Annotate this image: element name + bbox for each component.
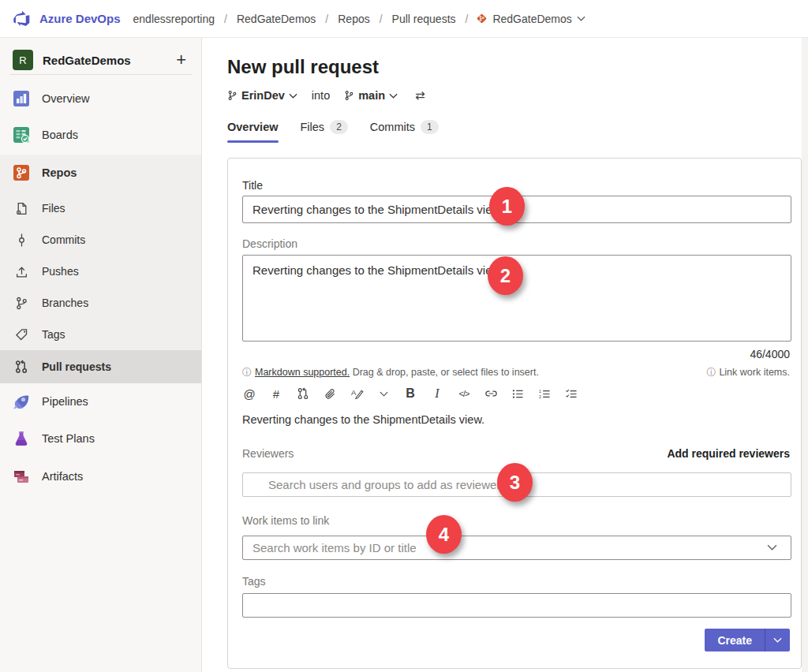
chevron-down-icon xyxy=(289,93,297,99)
annotation-badge-1: 1 xyxy=(489,187,525,226)
code-icon[interactable]: </> xyxy=(451,382,477,405)
pipelines-icon xyxy=(12,392,31,411)
sidebar-item-pull-requests[interactable]: Pull requests xyxy=(0,350,201,383)
sidebar-item-pushes[interactable]: Pushes xyxy=(0,256,201,287)
source-branch-selector[interactable]: ErinDev xyxy=(227,89,297,102)
mention-icon[interactable]: @ xyxy=(236,382,263,405)
markdown-toolbar: @ # A B I </> 12 xyxy=(236,382,585,405)
project-avatar: R xyxy=(13,50,33,70)
sidebar-item-label: Pull requests xyxy=(42,360,111,373)
project-header[interactable]: R RedGateDemos + xyxy=(0,44,202,76)
repos-icon xyxy=(12,163,31,182)
create-options-dropdown[interactable] xyxy=(765,629,790,651)
description-label: Description xyxy=(242,237,297,250)
azure-devops-logo-icon[interactable] xyxy=(11,9,32,29)
branch-icon xyxy=(227,90,238,101)
add-project-item-button[interactable]: + xyxy=(176,51,186,69)
link-icon[interactable] xyxy=(477,382,504,405)
sidebar-item-label: Overview xyxy=(42,92,89,105)
chevron-down-icon[interactable] xyxy=(767,544,777,551)
commits-icon xyxy=(12,233,31,247)
brand-title[interactable]: Azure DevOps xyxy=(39,12,121,25)
chevron-down-icon xyxy=(389,93,398,99)
add-required-reviewers-button[interactable]: Add required reviewers xyxy=(667,447,790,460)
tab-overview[interactable]: Overview xyxy=(227,121,279,143)
pushes-icon xyxy=(12,265,31,278)
boards-icon xyxy=(12,125,31,144)
breadcrumb-pull-requests[interactable]: Pull requests xyxy=(391,13,458,25)
sidebar-item-branches[interactable]: Branches xyxy=(0,287,201,319)
annotation-badge-3: 3 xyxy=(497,463,533,502)
work-items-search-input[interactable] xyxy=(242,536,791,560)
annotation-badge-4: 4 xyxy=(426,515,462,554)
create-button[interactable]: Create xyxy=(705,629,765,651)
tab-label: Commits xyxy=(370,121,415,133)
pull-request-icon[interactable] xyxy=(290,382,316,405)
checklist-icon[interactable] xyxy=(558,382,585,405)
sidebar-item-commits[interactable]: Commits xyxy=(0,224,201,256)
target-branch-selector[interactable]: main xyxy=(344,89,398,102)
chevron-down-icon xyxy=(577,16,585,21)
format-icon[interactable]: A xyxy=(343,382,370,405)
breadcrumb-separator: / xyxy=(317,13,336,25)
italic-icon[interactable]: I xyxy=(424,382,451,405)
bulleted-list-icon[interactable] xyxy=(504,382,531,405)
info-icon: ⓘ xyxy=(242,367,252,378)
chevron-down-icon[interactable] xyxy=(370,382,397,405)
breadcrumb-separator: / xyxy=(458,13,477,25)
sidebar-item-repos[interactable]: Repos xyxy=(0,155,201,191)
test-plans-icon xyxy=(12,429,31,448)
reviewers-label: Reviewers xyxy=(242,447,294,460)
repository-name: RedGateDemos xyxy=(492,13,571,25)
repository-selector[interactable]: RedGateDemos xyxy=(476,13,585,25)
sidebar-item-label: Boards xyxy=(42,129,78,141)
sidebar-item-label: Branches xyxy=(42,297,88,309)
sidebar-item-files[interactable]: Files xyxy=(0,192,201,224)
sidebar-divider xyxy=(9,74,192,75)
sidebar-item-tags[interactable]: Tags xyxy=(0,319,201,350)
artifacts-icon xyxy=(12,467,31,486)
source-branch-name: ErinDev xyxy=(241,89,285,102)
tab-label: Files xyxy=(301,121,325,133)
target-branch-name: main xyxy=(358,89,385,102)
bold-icon[interactable]: B xyxy=(397,382,424,405)
tab-files[interactable]: Files 2 xyxy=(301,120,348,144)
sidebar-item-artifacts[interactable]: Artifacts xyxy=(0,457,201,495)
link-work-items-hint[interactable]: ⓘLink work items. xyxy=(706,366,790,379)
sidebar-item-test-plans[interactable]: Test Plans xyxy=(0,420,201,457)
breadcrumb-project[interactable]: RedGateDemos xyxy=(235,13,317,25)
repository-icon xyxy=(476,13,488,24)
breadcrumb-organization[interactable]: endlessreporting xyxy=(132,13,217,25)
drag-drop-hint: Drag & drop, paste, or select files to i… xyxy=(350,367,539,378)
sidebar-item-label: Test Plans xyxy=(42,432,95,445)
project-sidebar: R RedGateDemos + Overview Boards Repos xyxy=(0,38,202,672)
breadcrumb-separator: / xyxy=(216,13,235,25)
sidebar-item-pipelines[interactable]: Pipelines xyxy=(0,383,201,420)
breadcrumb-separator: / xyxy=(372,13,391,25)
chevron-down-icon xyxy=(773,637,782,643)
tags-input[interactable] xyxy=(242,593,791,618)
description-preview-text: Reverting changes to the ShipmentDetails… xyxy=(242,413,484,426)
annotation-badge-2: 2 xyxy=(488,256,523,295)
attach-icon[interactable] xyxy=(316,382,343,405)
breadcrumb-repos[interactable]: Repos xyxy=(336,13,371,25)
markdown-hint: ⓘMarkdown supported. Drag & drop, paste,… xyxy=(242,366,539,379)
scrollbar-gutter xyxy=(802,38,808,672)
work-items-label: Work items to link xyxy=(242,514,329,527)
work-item-icon[interactable]: # xyxy=(263,382,290,405)
numbered-list-icon[interactable]: 12 xyxy=(531,382,558,405)
sidebar-item-boards[interactable]: Boards xyxy=(0,117,201,153)
svg-text:A: A xyxy=(350,388,356,397)
files-icon xyxy=(12,202,31,215)
sidebar-item-overview[interactable]: Overview xyxy=(0,80,201,117)
tags-label: Tags xyxy=(242,575,266,588)
link-work-items-label: Link work items. xyxy=(719,367,790,378)
overview-icon xyxy=(12,89,31,108)
swap-branches-icon[interactable]: ⇄ xyxy=(415,88,425,103)
tags-icon xyxy=(12,328,31,342)
tab-commits[interactable]: Commits 1 xyxy=(370,120,439,144)
sidebar-item-label: Artifacts xyxy=(42,470,83,483)
page-title: New pull request xyxy=(227,56,379,78)
markdown-supported-link[interactable]: Markdown supported. xyxy=(255,367,350,378)
svg-text:1: 1 xyxy=(539,389,541,394)
